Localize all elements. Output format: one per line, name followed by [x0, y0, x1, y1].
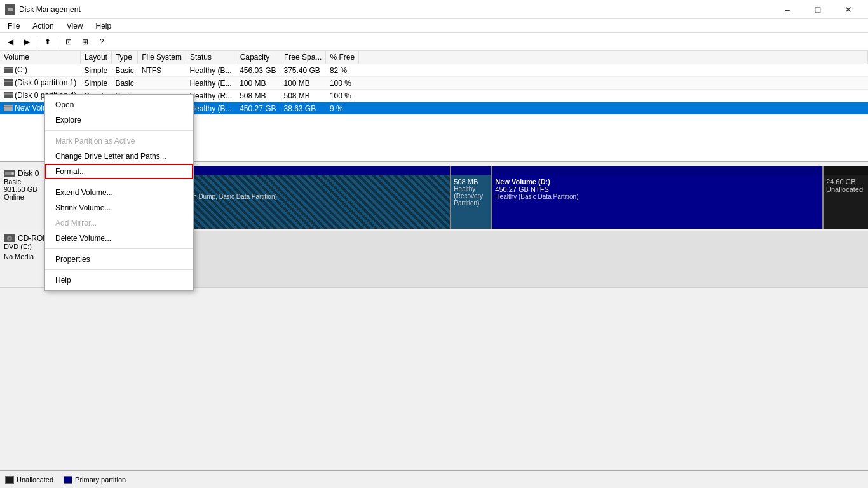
col-freespace[interactable]: Free Spa...	[280, 51, 326, 64]
toolbar-separator-2	[58, 36, 58, 48]
table-row[interactable]: (Disk 0 partition 1) Simple Basic Health…	[0, 77, 868, 90]
ctx-extend-volume[interactable]: Extend Volume...	[45, 185, 193, 200]
cell-volume: (C:)	[0, 64, 80, 77]
ctx-help[interactable]: Help	[45, 273, 193, 288]
ctx-sep-3	[45, 248, 193, 249]
partition-unallocated-size: 24.60 GB	[826, 178, 865, 186]
cell-pct: 82 %	[326, 64, 359, 77]
cell-type: Basic	[111, 77, 137, 90]
cell-capacity: 450.27 GB	[236, 102, 280, 115]
col-pctfree[interactable]: % Free	[326, 51, 359, 64]
cell-status: Healthy (E...	[186, 77, 236, 90]
partition-unallocated-label: Unallocated	[826, 186, 865, 193]
partition-unallocated-header	[824, 166, 868, 175]
ctx-sep-4	[45, 269, 193, 270]
col-filesystem[interactable]: File System	[138, 51, 186, 64]
cell-layout: Simple	[80, 64, 111, 77]
cell-volume: (Disk 0 partition 1)	[0, 77, 80, 90]
ctx-properties[interactable]: Properties	[45, 252, 193, 267]
ctx-format[interactable]: Format...	[45, 164, 193, 179]
menu-help[interactable]: Help	[91, 20, 117, 32]
ctx-change-drive-letter[interactable]: Change Drive Letter and Paths...	[45, 149, 193, 164]
cell-fs	[138, 77, 186, 90]
help-button[interactable]: ?	[94, 35, 109, 49]
cell-pct: 100 %	[326, 90, 359, 102]
partition-d-header	[492, 166, 822, 175]
partition-unallocated: 24.60 GB Unallocated	[824, 166, 868, 229]
cell-fs: NTFS	[138, 64, 186, 77]
ctx-open[interactable]: Open	[45, 97, 193, 112]
cdrom0-icon	[4, 234, 15, 243]
forward-button[interactable]: ▶	[19, 35, 34, 49]
menu-bar: File Action View Help	[0, 19, 868, 33]
disk0-name: Disk 0	[18, 169, 39, 178]
cell-capacity: 456.03 GB	[236, 64, 280, 77]
disk-icon	[4, 92, 13, 98]
maximize-button[interactable]: □	[803, 0, 832, 19]
disk-icon	[4, 67, 13, 73]
disk0-icon	[4, 169, 15, 178]
col-type[interactable]: Type	[111, 51, 137, 64]
show-hide-button[interactable]: ⊡	[61, 35, 76, 49]
partition-d-body: New Volume (D:) 450.27 GB NTFS Healthy (…	[492, 175, 822, 229]
toolbar: ◀ ▶ ⬆ ⊡ ⊞ ?	[0, 33, 868, 51]
cell-capacity: 100 MB	[236, 77, 280, 90]
legend-primary: Primary partition	[64, 476, 126, 484]
ctx-shrink-volume[interactable]: Shrink Volume...	[45, 200, 193, 215]
cell-capacity: 508 MB	[236, 90, 280, 102]
partition-recovery[interactable]: 508 MB Healthy (Recovery Partition)	[451, 166, 492, 229]
col-capacity[interactable]: Capacity	[236, 51, 280, 64]
cell-free: 508 MB	[280, 90, 326, 102]
context-menu: Open Explore Mark Partition as Active Ch…	[44, 94, 194, 291]
ctx-add-mirror: Add Mirror...	[45, 215, 193, 231]
legend-unallocated-box	[5, 476, 14, 484]
menu-view[interactable]: View	[62, 20, 88, 32]
partition-recovery-header	[451, 166, 491, 175]
partition-recovery-size: 508 MB	[454, 178, 489, 186]
svg-rect-1	[8, 8, 13, 11]
cell-free: 375.40 GB	[280, 64, 326, 77]
disk-icon	[4, 105, 13, 111]
up-button[interactable]: ⬆	[40, 35, 55, 49]
app-icon	[5, 4, 15, 15]
properties-button[interactable]: ⊞	[78, 35, 93, 49]
cell-type: Basic	[111, 64, 137, 77]
cell-pct: 9 %	[326, 102, 359, 115]
col-layout[interactable]: Layout	[80, 51, 111, 64]
disk-icon	[4, 79, 13, 86]
col-extra	[359, 51, 868, 64]
back-button[interactable]: ◀	[3, 35, 18, 49]
ctx-explore[interactable]: Explore	[45, 112, 193, 128]
partition-recovery-status: Healthy (Recovery Partition)	[454, 186, 489, 207]
window-controls: – □ ✕	[773, 0, 863, 19]
col-volume[interactable]: Volume	[0, 51, 80, 64]
ctx-sep-2	[45, 182, 193, 182]
ctx-delete-volume[interactable]: Delete Volume...	[45, 231, 193, 246]
partition-d-size: 450.27 GB NTFS	[495, 186, 820, 193]
ctx-mark-active: Mark Partition as Active	[45, 133, 193, 149]
legend-unallocated: Unallocated	[5, 476, 53, 484]
menu-action[interactable]: Action	[27, 20, 58, 32]
menu-file[interactable]: File	[3, 20, 25, 32]
ctx-sep-1	[45, 130, 193, 131]
legend-unallocated-label: Unallocated	[17, 476, 53, 484]
minimize-button[interactable]: –	[773, 0, 802, 19]
cell-free: 38.63 GB	[280, 102, 326, 115]
legend-primary-box	[64, 476, 72, 484]
partition-d-status: Healthy (Basic Data Partition)	[495, 193, 820, 200]
partition-recovery-body: 508 MB Healthy (Recovery Partition)	[451, 175, 491, 229]
cell-layout: Simple	[80, 77, 111, 90]
col-status[interactable]: Status	[186, 51, 236, 64]
cell-pct: 100 %	[326, 77, 359, 90]
title-bar: Disk Management – □ ✕	[0, 0, 868, 19]
svg-point-7	[9, 238, 11, 240]
table-row[interactable]: (C:) Simple Basic NTFS Healthy (B... 456…	[0, 64, 868, 77]
window-title: Disk Management	[19, 5, 81, 14]
partition-d-name: New Volume (D:)	[495, 178, 820, 186]
table-header-row: Volume Layout Type File System Status Ca…	[0, 51, 868, 64]
partition-d[interactable]: New Volume (D:) 450.27 GB NTFS Healthy (…	[492, 166, 824, 229]
partition-unallocated-body: 24.60 GB Unallocated	[824, 175, 868, 229]
toolbar-separator-1	[37, 36, 37, 48]
legend-primary-label: Primary partition	[75, 476, 126, 484]
close-button[interactable]: ✕	[834, 0, 863, 19]
